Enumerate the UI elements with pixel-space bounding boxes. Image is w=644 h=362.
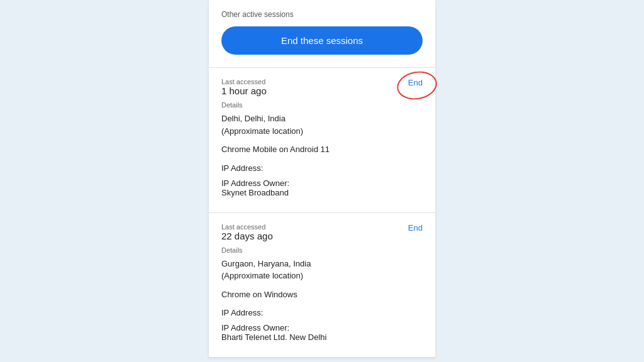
end-sessions-button[interactable]: End these sessions	[221, 26, 423, 55]
ip-owner-value: Skynet Broadband	[221, 188, 423, 197]
last-accessed-label: Last accessed	[221, 223, 273, 231]
session-item: Last accessed 1 hour ago End Details Del…	[209, 68, 435, 213]
details-label: Details	[221, 246, 423, 254]
ip-owner-label: IP Address Owner:	[221, 178, 423, 188]
other-active-sessions-label: Other active sessions	[221, 10, 423, 19]
session-device: Chrome Mobile on Android 11	[221, 143, 423, 156]
end-session-button[interactable]: End	[408, 223, 423, 233]
session-item: Last accessed 22 days ago End Details Gu…	[209, 213, 435, 358]
ip-address-label: IP Address:	[221, 308, 263, 317]
ip-owner-label: IP Address Owner:	[221, 323, 423, 332]
ip-owner-row: IP Address Owner: Bharti Telenet Ltd. Ne…	[221, 323, 423, 342]
ip-address-label: IP Address:	[221, 163, 263, 173]
session-meta: Last accessed 22 days ago	[221, 223, 273, 245]
session-meta: Last accessed 1 hour ago	[221, 78, 267, 100]
ip-address-row: IP Address:	[221, 307, 423, 318]
session-location: Gurgaon, Haryana, India(Approximate loca…	[221, 258, 423, 282]
ip-owner-value: Bharti Telenet Ltd. New Delhi	[221, 332, 423, 342]
end-session-button[interactable]: End	[408, 78, 423, 87]
session-header: Last accessed 1 hour ago End	[221, 78, 423, 100]
ip-address-row: IP Address:	[221, 162, 423, 173]
main-card: Other active sessions End these sessions…	[209, 0, 435, 358]
last-accessed-label: Last accessed	[221, 78, 267, 85]
time-ago: 1 hour ago	[221, 85, 267, 96]
ip-owner-row: IP Address Owner: Skynet Broadband	[221, 178, 423, 197]
page-wrapper: Other active sessions End these sessions…	[0, 0, 644, 358]
time-ago: 22 days ago	[221, 231, 273, 241]
session-location: Delhi, Delhi, India(Approximate location…	[221, 112, 423, 137]
details-label: Details	[221, 101, 423, 109]
session-device: Chrome on Windows	[221, 288, 423, 301]
header-section: Other active sessions End these sessions	[209, 0, 435, 67]
session-header: Last accessed 22 days ago End	[221, 223, 423, 245]
